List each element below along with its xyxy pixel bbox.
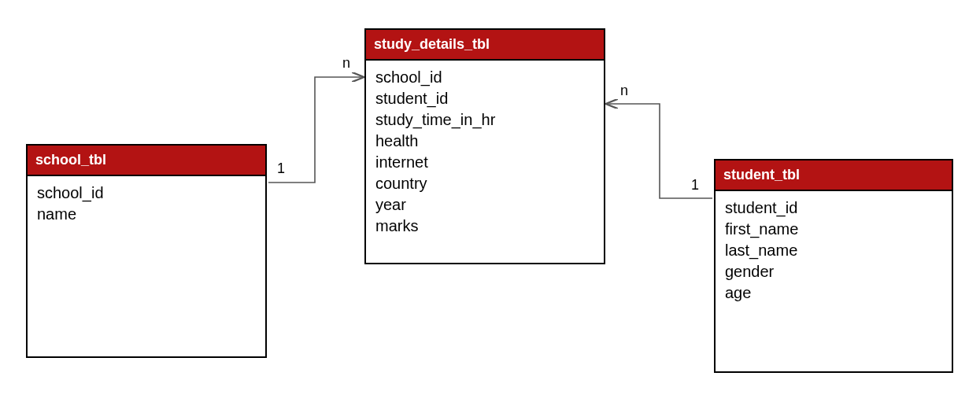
rel-school-many-label: n <box>342 55 350 72</box>
field-study-internet: internet <box>375 152 594 173</box>
field-student-id: student_id <box>725 197 942 219</box>
table-body-school: school_id name <box>28 176 265 231</box>
entity-table-student: student_tbl student_id first_name last_n… <box>714 159 953 373</box>
field-school-name: name <box>37 204 256 225</box>
field-school-id: school_id <box>37 183 256 204</box>
entity-table-study-details: study_details_tbl school_id student_id s… <box>364 28 605 264</box>
field-student-gender: gender <box>725 261 942 282</box>
field-study-school-id: school_id <box>375 67 594 88</box>
field-student-age: age <box>725 282 942 304</box>
rel-student-many-label: n <box>620 83 628 99</box>
field-study-year: year <box>375 194 594 216</box>
table-body-student: student_id first_name last_name gender a… <box>716 191 952 310</box>
table-header-student: student_tbl <box>716 160 952 191</box>
table-body-study-details: school_id student_id study_time_in_hr he… <box>366 61 604 243</box>
rel-school-one-label: 1 <box>277 160 285 177</box>
table-header-school: school_tbl <box>28 146 265 176</box>
field-study-marks: marks <box>375 216 594 237</box>
field-study-country: country <box>375 173 594 194</box>
entity-table-school: school_tbl school_id name <box>26 144 267 358</box>
field-study-student-id: student_id <box>375 88 594 109</box>
field-student-last-name: last_name <box>725 240 942 261</box>
rel-student-one-label: 1 <box>691 177 699 194</box>
field-study-time: study_time_in_hr <box>375 109 594 131</box>
field-study-health: health <box>375 131 594 152</box>
table-header-study-details: study_details_tbl <box>366 30 604 61</box>
field-student-first-name: first_name <box>725 219 942 240</box>
